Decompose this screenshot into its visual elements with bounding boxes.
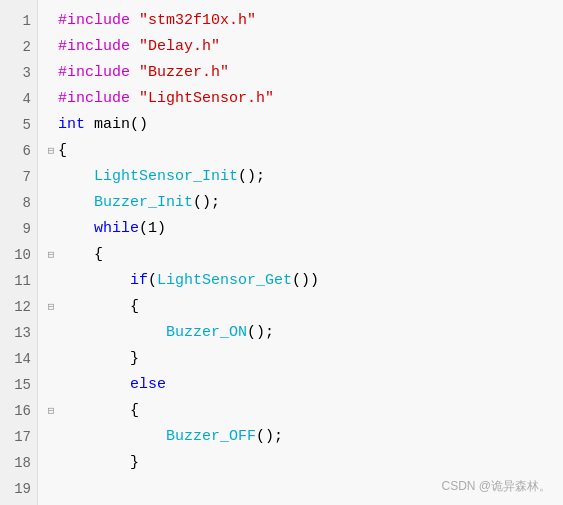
code-token: LightSensor_Get: [157, 268, 292, 294]
line-number: 6: [6, 138, 31, 164]
line-number: 19: [6, 476, 31, 502]
line-number: 15: [6, 372, 31, 398]
line-number: 18: [6, 450, 31, 476]
code-token: ();: [193, 190, 220, 216]
line-number: 11: [6, 268, 31, 294]
code-token: (1): [139, 216, 166, 242]
code-token: ()): [292, 268, 319, 294]
code-token: "stm32f10x.h": [139, 8, 256, 34]
line-numbers: 1234567891011121314151617181920: [0, 0, 38, 505]
line-number: 14: [6, 346, 31, 372]
code-token: LightSensor_Init: [94, 164, 238, 190]
code-line: Buzzer_OFF();: [48, 424, 553, 450]
code-line: ⊟ {: [48, 242, 553, 268]
code-token: [58, 320, 166, 346]
code-token: #include: [58, 34, 130, 60]
code-token: [58, 216, 94, 242]
code-token: }: [58, 450, 139, 476]
code-token: Buzzer_ON: [166, 320, 247, 346]
code-token: ();: [238, 164, 265, 190]
code-token: int: [58, 112, 85, 138]
line-number: 2: [6, 34, 31, 60]
code-editor: 1234567891011121314151617181920 #include…: [0, 0, 563, 505]
code-token: }: [58, 346, 139, 372]
fold-indicator[interactable]: ⊟: [44, 242, 58, 268]
code-token: #include: [58, 8, 130, 34]
code-line: #include "Buzzer.h": [48, 60, 553, 86]
code-line: }: [48, 346, 553, 372]
line-number: 13: [6, 320, 31, 346]
code-line: Buzzer_ON();: [48, 320, 553, 346]
code-token: while: [94, 216, 139, 242]
code-token: [130, 34, 139, 60]
code-token: [130, 8, 139, 34]
line-number: 9: [6, 216, 31, 242]
code-line: while(1): [48, 216, 553, 242]
code-line: int main(): [48, 112, 553, 138]
code-token: [58, 424, 166, 450]
code-token: Buzzer_OFF: [166, 424, 256, 450]
fold-indicator[interactable]: ⊟: [44, 398, 58, 424]
line-number: 16: [6, 398, 31, 424]
code-line: if(LightSensor_Get()): [48, 268, 553, 294]
code-line: #include "Delay.h": [48, 34, 553, 60]
code-token: ();: [256, 424, 283, 450]
code-token: Buzzer_Init: [94, 190, 193, 216]
code-line: ⊟ {: [48, 294, 553, 320]
code-token: #include: [58, 60, 130, 86]
line-number: 12: [6, 294, 31, 320]
watermark: CSDN @诡异森林。: [441, 478, 551, 495]
line-number: 3: [6, 60, 31, 86]
code-token: [58, 164, 94, 190]
code-token: {: [58, 294, 139, 320]
code-token: {: [58, 138, 67, 164]
code-line: #include "stm32f10x.h": [48, 8, 553, 34]
code-token: {: [58, 242, 103, 268]
code-token: if: [130, 268, 148, 294]
code-line: Buzzer_Init();: [48, 190, 553, 216]
fold-indicator[interactable]: ⊟: [44, 138, 58, 164]
code-token: {: [58, 398, 139, 424]
code-token: (: [148, 268, 157, 294]
code-token: else: [130, 372, 166, 398]
line-number: 8: [6, 190, 31, 216]
code-token: "Buzzer.h": [139, 60, 229, 86]
code-line: else: [48, 372, 553, 398]
line-number: 7: [6, 164, 31, 190]
code-token: [58, 190, 94, 216]
line-number: 5: [6, 112, 31, 138]
code-token: ();: [247, 320, 274, 346]
code-token: "Delay.h": [139, 34, 220, 60]
line-number: 1: [6, 8, 31, 34]
code-token: [58, 268, 130, 294]
code-line: #include "LightSensor.h": [48, 86, 553, 112]
code-area: #include "stm32f10x.h"#include "Delay.h"…: [38, 0, 563, 505]
code-line: ⊟ {: [48, 398, 553, 424]
code-line: }: [48, 450, 553, 476]
code-token: #include: [58, 86, 130, 112]
code-token: "LightSensor.h": [139, 86, 274, 112]
code-token: main(): [85, 112, 148, 138]
line-number: 10: [6, 242, 31, 268]
code-token: [130, 60, 139, 86]
fold-indicator[interactable]: ⊟: [44, 294, 58, 320]
line-number: 17: [6, 424, 31, 450]
code-token: [58, 372, 130, 398]
line-number: 4: [6, 86, 31, 112]
code-line: ⊟{: [48, 138, 553, 164]
code-line: LightSensor_Init();: [48, 164, 553, 190]
code-token: [130, 86, 139, 112]
